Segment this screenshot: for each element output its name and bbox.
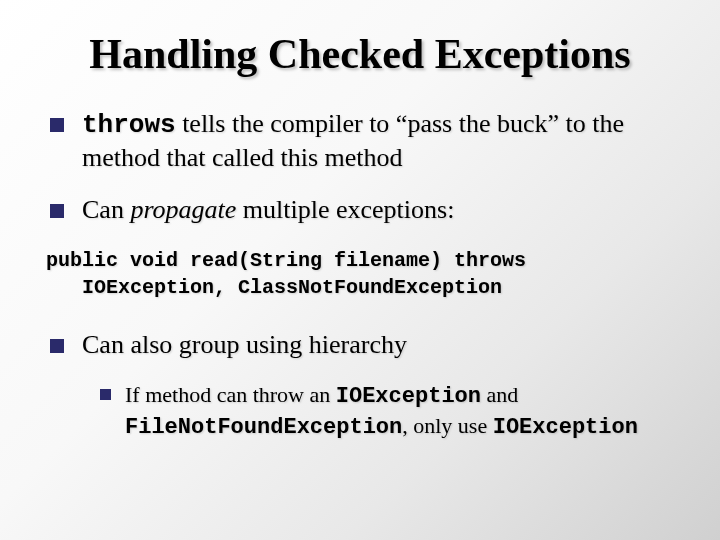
square-bullet-icon [50,339,64,353]
bullet-3: Can also group using hierarchy [50,329,680,362]
bullet-3-text: Can also group using hierarchy [82,329,407,362]
slide: Handling Checked Exceptions throws tells… [0,0,720,540]
bullet-2-em: propagate [130,195,236,224]
bullet-2-text: Can propagate multiple exceptions: [82,194,454,227]
square-bullet-icon [50,204,64,218]
bullet-2: Can propagate multiple exceptions: [50,194,680,227]
slide-title: Handling Checked Exceptions [40,30,680,78]
sub-code-1: IOException [336,384,481,409]
sub-bullet-1: If method can throw an IOException and F… [100,381,680,442]
sub-code-3: IOException [493,415,638,440]
bullet-2-pre: Can [82,195,130,224]
sub-pre: If method can throw an [125,382,336,407]
square-bullet-icon [100,389,111,400]
square-bullet-icon [50,118,64,132]
sub-code-2: FileNotFoundException [125,415,402,440]
sub-mid2: , only use [402,413,492,438]
sub-mid: and [481,382,518,407]
bullet-2-post: multiple exceptions: [236,195,454,224]
bullet-1: throws tells the compiler to “pass the b… [50,108,680,174]
code-throws: throws [82,110,176,140]
sub-bullet-1-text: If method can throw an IOException and F… [125,381,680,442]
bullet-1-text: throws tells the compiler to “pass the b… [82,108,680,174]
code-block: public void read(String filename) throws… [46,247,680,301]
